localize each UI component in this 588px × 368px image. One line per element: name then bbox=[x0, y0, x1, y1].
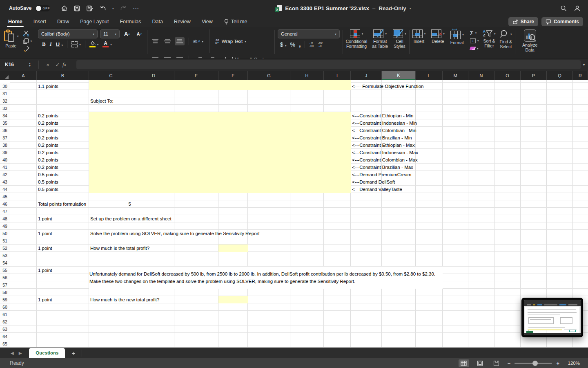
cell-J34[interactable]: <---Constraint Ethiopian - Min bbox=[352, 112, 414, 119]
save-as-icon[interactable] bbox=[86, 5, 94, 12]
normal-view-icon[interactable] bbox=[459, 359, 469, 367]
search-icon[interactable] bbox=[560, 5, 567, 12]
highlighted-cell-range[interactable] bbox=[218, 245, 248, 252]
insert-cells-button[interactable]: ← ▾ Insert bbox=[412, 29, 426, 45]
cell-J43[interactable]: <---Demand DeliSoft bbox=[352, 178, 395, 186]
ribbon-tab-insert[interactable]: Insert bbox=[33, 19, 46, 25]
paste-dropdown-icon[interactable]: ▾ bbox=[17, 35, 19, 38]
cell-J37[interactable]: <---Constraint Brazilian - Min bbox=[352, 134, 412, 141]
cell-J30[interactable]: <---- Formulate Objective Function bbox=[352, 83, 423, 90]
tell-me[interactable]: Tell me bbox=[224, 19, 247, 25]
row-header-32[interactable]: 32 bbox=[0, 97, 10, 105]
zoom-out-button[interactable]: − bbox=[508, 360, 511, 366]
cell-B46[interactable]: Total points formulation bbox=[38, 200, 89, 208]
highlighted-cell-range[interactable] bbox=[89, 80, 351, 90]
borders-button[interactable]: ▾ bbox=[71, 41, 81, 47]
cell-B52[interactable]: 1 point bbox=[38, 245, 52, 252]
cancel-entry-icon[interactable]: × bbox=[43, 62, 53, 68]
cell-B42[interactable]: 0.5 points bbox=[38, 171, 58, 178]
align-middle-button[interactable] bbox=[163, 37, 172, 45]
column-header-E[interactable]: E bbox=[174, 71, 218, 80]
row-header-51[interactable]: 51 bbox=[0, 237, 10, 245]
cell-J35[interactable]: <---Constraint Indonesian - Min bbox=[352, 119, 417, 127]
zoom-slider[interactable] bbox=[514, 363, 552, 364]
cell-B36[interactable]: 0.2 points bbox=[38, 127, 58, 134]
column-header-Q[interactable]: Q bbox=[547, 71, 573, 80]
row-header-42[interactable]: 42 bbox=[0, 171, 10, 178]
autosum-button[interactable]: Σ▾ bbox=[470, 30, 479, 36]
cut-button[interactable] bbox=[23, 30, 32, 36]
page-layout-view-icon[interactable] bbox=[475, 359, 486, 367]
bold-button[interactable]: B bbox=[42, 41, 46, 47]
cell-C46[interactable]: 5 bbox=[89, 200, 131, 208]
ribbon-tab-review[interactable]: Review bbox=[174, 19, 191, 25]
row-header-61[interactable]: 61 bbox=[0, 311, 10, 318]
cell-J40[interactable]: <---Constraint Colombian - Max bbox=[352, 156, 418, 164]
name-box-spinner[interactable]: ▲▼ bbox=[29, 62, 34, 67]
cell-B41[interactable]: 0.2 points bbox=[38, 164, 58, 171]
title-dropdown-icon[interactable]: ▾ bbox=[410, 7, 411, 10]
align-bottom-button[interactable] bbox=[175, 37, 185, 45]
cell-C32[interactable]: Subject To: bbox=[90, 97, 114, 105]
row-header-57[interactable]: 57 bbox=[0, 281, 10, 289]
cell-B39[interactable]: 0.2 points bbox=[38, 149, 58, 156]
copy-button[interactable]: ▾ bbox=[23, 38, 32, 44]
cell-B48[interactable]: 1 point bbox=[38, 215, 52, 222]
row-header-59[interactable]: 59 bbox=[0, 296, 10, 303]
row-header-49[interactable]: 49 bbox=[0, 222, 10, 230]
percent-format-button[interactable]: % bbox=[290, 41, 295, 48]
underline-button[interactable]: U ▾ bbox=[56, 40, 63, 48]
row-header-41[interactable]: 41 bbox=[0, 164, 10, 171]
merged-note-cell[interactable]: Unfortunately demand for DeliSoft decrea… bbox=[89, 267, 443, 289]
fill-color-button[interactable]: ▾ bbox=[89, 41, 99, 47]
align-top-button[interactable] bbox=[150, 37, 160, 45]
increase-font-size-button[interactable]: A˄ bbox=[122, 30, 132, 38]
column-header-C[interactable]: C bbox=[89, 71, 133, 80]
row-header-62[interactable]: 62 bbox=[0, 318, 10, 325]
row-header-60[interactable]: 60 bbox=[0, 303, 10, 311]
row-header-33[interactable]: 33 bbox=[0, 105, 10, 112]
cell-C48[interactable]: Set up the problem on a different sheet bbox=[90, 215, 172, 222]
column-header-B[interactable]: B bbox=[37, 71, 89, 80]
row-header-37[interactable]: 37 bbox=[0, 134, 10, 141]
cell-B35[interactable]: 0.2 points bbox=[38, 119, 58, 127]
sheet-tab-questions[interactable]: Questions bbox=[29, 348, 65, 358]
comments-button[interactable]: Comments bbox=[541, 17, 583, 26]
paste-button[interactable]: ▾ Paste bbox=[3, 29, 19, 52]
insert-function-icon[interactable]: fx bbox=[62, 61, 73, 68]
column-header-H[interactable]: H bbox=[290, 71, 324, 80]
undo-icon[interactable] bbox=[99, 5, 107, 12]
confirm-entry-icon[interactable]: ✓ bbox=[53, 62, 62, 68]
highlighted-cell-range[interactable] bbox=[89, 112, 351, 193]
cell-B34[interactable]: 0.2 points bbox=[38, 112, 58, 119]
formula-bar-expand-icon[interactable]: ▾ bbox=[583, 63, 588, 67]
row-header-63[interactable]: 63 bbox=[0, 325, 10, 333]
row-header-56[interactable]: 56 bbox=[0, 274, 10, 281]
sort-filter-button[interactable]: AZ ▾ Sort &Filter bbox=[483, 29, 496, 52]
next-sheet-icon[interactable]: ▶ bbox=[19, 351, 22, 355]
row-header-53[interactable]: 53 bbox=[0, 252, 10, 259]
clear-button[interactable]: ▾ bbox=[470, 45, 479, 52]
wrap-text-button[interactable]: abc↵ Wrap Text ▾ bbox=[215, 38, 246, 44]
decrease-font-size-button[interactable]: A˅ bbox=[134, 30, 144, 38]
cell-C59[interactable]: How much is the new total profit? bbox=[90, 296, 159, 303]
row-header-65[interactable]: 65 bbox=[0, 340, 10, 348]
row-header-46[interactable]: 46 bbox=[0, 200, 10, 208]
column-header-A[interactable]: A bbox=[10, 71, 37, 80]
analyze-data-button[interactable]: AnalyzeData bbox=[518, 29, 541, 52]
currency-format-button[interactable]: $ ▾ bbox=[280, 41, 287, 48]
copy-dropdown-icon[interactable]: ▾ bbox=[31, 40, 32, 43]
font-color-button[interactable]: A ▾ bbox=[102, 41, 112, 47]
cell-B43[interactable]: 0.5 points bbox=[38, 178, 58, 186]
column-header-L[interactable]: L bbox=[416, 71, 443, 80]
underline-dropdown-icon[interactable]: ▾ bbox=[62, 44, 63, 47]
number-format-select[interactable]: General▾ bbox=[278, 29, 340, 38]
ribbon-tab-formulas[interactable]: Formulas bbox=[120, 19, 141, 25]
select-all-corner[interactable] bbox=[0, 71, 10, 80]
ribbon-tab-view[interactable]: View bbox=[202, 19, 213, 25]
column-header-O[interactable]: O bbox=[494, 71, 521, 80]
column-header-M[interactable]: M bbox=[443, 71, 468, 80]
column-header-P[interactable]: P bbox=[521, 71, 547, 80]
cell-B40[interactable]: 0.2 points bbox=[38, 156, 58, 164]
cell-B55[interactable]: 1 point bbox=[38, 267, 52, 274]
